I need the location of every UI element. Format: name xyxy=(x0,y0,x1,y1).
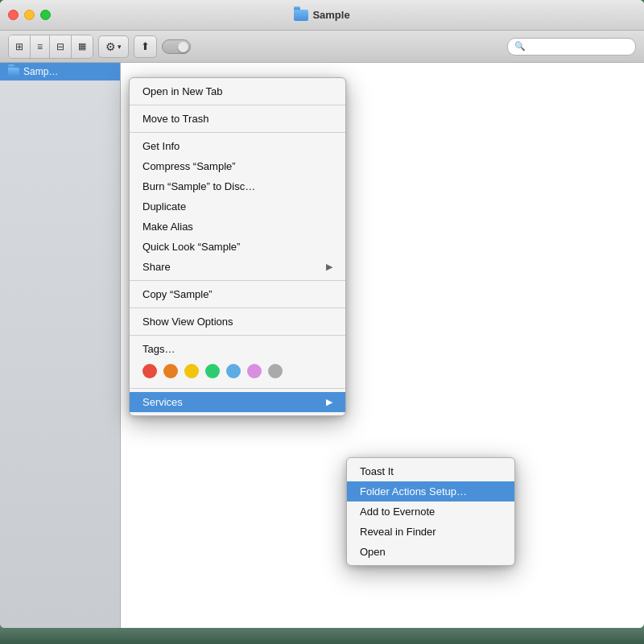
gear-icon: ⚙ xyxy=(105,40,116,53)
separator-5 xyxy=(130,335,345,336)
minimize-button[interactable] xyxy=(24,10,35,20)
menu-item-copy-sample[interactable]: Copy “Sample” xyxy=(130,284,345,304)
column-view-icon: ⊟ xyxy=(56,41,64,52)
tag-red[interactable] xyxy=(142,364,157,378)
action-button[interactable]: ⚙ ▾ xyxy=(98,35,129,58)
menu-item-duplicate[interactable]: Duplicate xyxy=(130,196,345,217)
coverflow-view-icon: ▦ xyxy=(78,41,86,52)
dock-bar xyxy=(0,628,644,644)
coverflow-view-button[interactable]: ▦ xyxy=(72,35,93,58)
list-view-icon: ≡ xyxy=(37,41,43,52)
separator-2 xyxy=(130,132,345,133)
submenu-item-add-to-evernote[interactable]: Add to Evernote xyxy=(347,502,514,522)
separator-4 xyxy=(130,308,345,308)
menu-item-quick-look[interactable]: Quick Look “Sample” xyxy=(130,237,345,257)
tag-blue[interactable] xyxy=(226,364,241,378)
icon-view-button[interactable]: ⊞ xyxy=(9,35,31,58)
services-submenu-arrow: ▶ xyxy=(326,397,332,407)
maximize-button[interactable] xyxy=(40,10,51,20)
column-view-button[interactable]: ⊟ xyxy=(50,35,72,58)
tag-purple[interactable] xyxy=(247,364,262,378)
icon-view-icon: ⊞ xyxy=(15,41,23,52)
submenu-item-toast-it[interactable]: Toast It xyxy=(347,461,514,481)
share-button[interactable]: ⬆ xyxy=(134,35,157,58)
menu-item-move-to-trash[interactable]: Move to Trash xyxy=(130,109,345,129)
window-body: Samp… Open in New Tab Move to Trash Get … xyxy=(0,63,644,628)
menu-item-share[interactable]: Share ▶ xyxy=(130,257,345,277)
services-submenu: Toast It Folder Actions Setup… Add to Ev… xyxy=(346,457,515,566)
sidebar: Samp… xyxy=(0,63,121,628)
menu-item-show-view-options[interactable]: Show View Options xyxy=(130,312,345,332)
submenu-item-reveal-in-finder[interactable]: Reveal in Finder xyxy=(347,522,514,542)
tags-row xyxy=(130,359,345,385)
menu-item-get-info[interactable]: Get Info xyxy=(130,136,345,156)
tag-yellow[interactable] xyxy=(184,364,199,378)
menu-item-burn[interactable]: Burn “Sample” to Disc… xyxy=(130,176,345,196)
share-submenu-arrow: ▶ xyxy=(326,262,332,272)
traffic-lights xyxy=(8,10,51,20)
menu-item-services[interactable]: Services ▶ xyxy=(130,392,345,412)
share-icon: ⬆ xyxy=(141,40,150,52)
menu-item-make-alias[interactable]: Make Alias xyxy=(130,217,345,237)
view-button-group: ⊞ ≡ ⊟ ▦ xyxy=(8,35,93,59)
context-menu: Open in New Tab Move to Trash Get Info C… xyxy=(129,77,346,416)
folder-icon xyxy=(294,10,308,21)
sidebar-item-label: Samp… xyxy=(23,66,58,77)
title-bar: Sample xyxy=(0,0,644,31)
finder-window: Sample ⊞ ≡ ⊟ ▦ ⚙ ▾ ⬆ xyxy=(0,0,644,628)
tag-green[interactable] xyxy=(205,364,220,378)
separator-3 xyxy=(130,280,345,281)
submenu-item-open[interactable]: Open xyxy=(347,542,514,562)
tag-orange[interactable] xyxy=(163,364,178,378)
toggle-button[interactable] xyxy=(162,39,191,54)
menu-item-open-new-tab[interactable]: Open in New Tab xyxy=(130,81,345,101)
list-view-button[interactable]: ≡ xyxy=(31,35,50,58)
close-button[interactable] xyxy=(8,10,19,20)
separator-6 xyxy=(130,388,345,389)
menu-item-compress[interactable]: Compress “Sample” xyxy=(130,156,345,176)
tag-gray[interactable] xyxy=(268,364,283,378)
menu-item-tags[interactable]: Tags… xyxy=(130,339,345,359)
search-icon: 🔍 xyxy=(514,41,526,52)
content-area: Open in New Tab Move to Trash Get Info C… xyxy=(121,63,644,628)
window-title: Sample xyxy=(312,9,349,21)
sidebar-item-sample[interactable]: Samp… xyxy=(0,63,120,80)
search-box[interactable]: 🔍 xyxy=(507,38,636,56)
sidebar-folder-icon xyxy=(8,68,19,76)
submenu-item-folder-actions[interactable]: Folder Actions Setup… xyxy=(347,481,514,502)
toolbar: ⊞ ≡ ⊟ ▦ ⚙ ▾ ⬆ 🔍 xyxy=(0,31,644,63)
separator-1 xyxy=(130,105,345,105)
window-title-area: Sample xyxy=(294,9,349,21)
action-dropdown-arrow: ▾ xyxy=(118,43,122,51)
